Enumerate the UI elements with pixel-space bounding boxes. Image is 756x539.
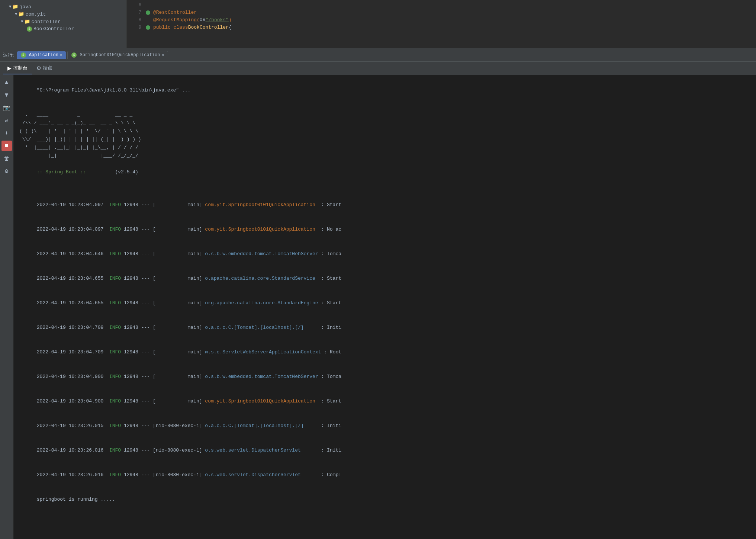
ascii-line-3: ( ( )\___ | '_ | '_| | '_ \/ _` | \ \ \ … xyxy=(13,127,756,135)
run-tab-quickapp[interactable]: S Springboot0101QuickApplication ✕ xyxy=(67,51,168,59)
log-line-6: 2022-04-19 10:23:04.709 INFO 12948 --- [… xyxy=(13,340,756,365)
run-gutter-icon-7[interactable] xyxy=(146,9,152,16)
console-path-line: "C:\Program Files\Java\jdk1.8.0_311\bin\… xyxy=(13,78,756,103)
spring-icon-tab1: S xyxy=(21,52,26,58)
sidebar-up-icon[interactable]: ▲ xyxy=(1,77,12,88)
console-icon: ▶ xyxy=(7,65,12,71)
ascii-line-1: . ____ _ __ _ _ xyxy=(13,111,756,119)
endpoints-icon: ⚙ xyxy=(36,65,41,71)
code-line-6: 6 xyxy=(126,1,756,9)
ascii-line-2: /\\ / ___'_ __ _ _(_)_ __ __ _ \ \ \ \ xyxy=(13,119,756,127)
tree-item-bookcontroller[interactable]: S BookController xyxy=(0,25,126,32)
top-code-area: ▼ 📁 java ▼ 📁 com.yit ▼ 📁 controller S Bo… xyxy=(0,0,756,48)
sidebar-down-icon[interactable]: ▼ xyxy=(1,90,12,100)
console-blank-2 xyxy=(13,185,756,193)
spring-file-icon: S xyxy=(27,26,32,32)
run-gutter-icon-9[interactable] xyxy=(146,24,152,31)
code-line-8: 8 @RequestMapping(⊙∨"/books") xyxy=(126,16,756,24)
log-line-8: 2022-04-19 10:23:04.900 INFO 12948 --- [… xyxy=(13,389,756,414)
log-line-10: 2022-04-19 10:23:26.016 INFO 12948 --- [… xyxy=(13,438,756,463)
sidebar-camera-icon[interactable]: 📷 xyxy=(1,103,12,113)
log-line-9: 2022-04-19 10:23:26.015 INFO 12948 --- [… xyxy=(13,414,756,438)
run-toolbar: 运行: S Application ✕ S Springboot0101Quic… xyxy=(0,48,756,62)
log-line-5: 2022-04-19 10:23:04.709 INFO 12948 --- [… xyxy=(13,315,756,340)
ascii-line-6: =========|_|===============|___/=/_/_/_/ xyxy=(13,152,756,160)
log-line-4: 2022-04-19 10:23:04.655 INFO 12948 --- [… xyxy=(13,291,756,315)
tab-console[interactable]: ▶ 控制台 xyxy=(3,62,32,74)
log-line-7: 2022-04-19 10:23:04.900 INFO 12948 --- [… xyxy=(13,365,756,389)
log-line-11: 2022-04-19 10:23:26.016 INFO 12948 --- [… xyxy=(13,463,756,487)
sidebar-settings-icon[interactable]: ⚙ xyxy=(1,166,12,176)
sidebar-trash-icon[interactable]: 🗑 xyxy=(1,153,12,164)
code-panel: 6 7 @RestController 8 @RequestMapping(⊙∨… xyxy=(126,0,756,48)
code-line-7: 7 @RestController xyxy=(126,9,756,16)
tree-item-comyit[interactable]: ▼ 📁 com.yit xyxy=(0,10,126,18)
close-tab-application[interactable]: ✕ xyxy=(60,52,62,57)
code-line-9: 9 public class BookController { xyxy=(126,24,756,31)
log-line-1: 2022-04-19 10:23:04.097 INFO 12948 --- [… xyxy=(13,217,756,242)
close-tab-quickapp[interactable]: ✕ xyxy=(162,52,164,57)
log-line-0: 2022-04-19 10:23:04.097 INFO 12948 --- [… xyxy=(13,193,756,217)
console-blank xyxy=(13,103,756,111)
sidebar-stop-icon[interactable]: ■ xyxy=(1,141,12,151)
ascii-line-5: ' |____| .__|_| |_|_| |_\__, | / / / / xyxy=(13,144,756,152)
tab-endpoints[interactable]: ⚙ 端点 xyxy=(32,62,57,74)
main-layout: ▲ ▼ 📷 ⇌ ⬇ ■ 🗑 ⚙ "C:\Program Files\Java\j… xyxy=(0,75,756,539)
ascii-line-4: \\/ ___)| |_)| | | | | || (_| | ) ) ) ) xyxy=(13,135,756,144)
run-label: 运行: xyxy=(3,52,14,58)
file-tree-panel: ▼ 📁 java ▼ 📁 com.yit ▼ 📁 controller S Bo… xyxy=(0,0,126,48)
running-message-line: springboot is running ..... xyxy=(13,487,756,512)
spring-boot-label-line: :: Spring Boot :: (v2.5.4) xyxy=(13,160,756,185)
sidebar-wrap-icon[interactable]: ⇌ xyxy=(1,115,12,126)
spring-icon-tab2: S xyxy=(71,52,77,58)
tree-item-controller[interactable]: ▼ 📁 controller xyxy=(0,18,126,25)
log-line-3: 2022-04-19 10:23:04.655 INFO 12948 --- [… xyxy=(13,266,756,291)
left-sidebar: ▲ ▼ 📷 ⇌ ⬇ ■ 🗑 ⚙ xyxy=(0,75,13,539)
sidebar-import-icon[interactable]: ⬇ xyxy=(1,128,12,138)
run-tab-application[interactable]: S Application ✕ xyxy=(17,51,66,59)
bottom-tabs: ▶ 控制台 ⚙ 端点 xyxy=(0,62,756,75)
tree-item-java[interactable]: ▼ 📁 java xyxy=(0,3,126,10)
console-area: "C:\Program Files\Java\jdk1.8.0_311\bin\… xyxy=(13,75,756,539)
log-line-2: 2022-04-19 10:23:04.646 INFO 12948 --- [… xyxy=(13,242,756,266)
